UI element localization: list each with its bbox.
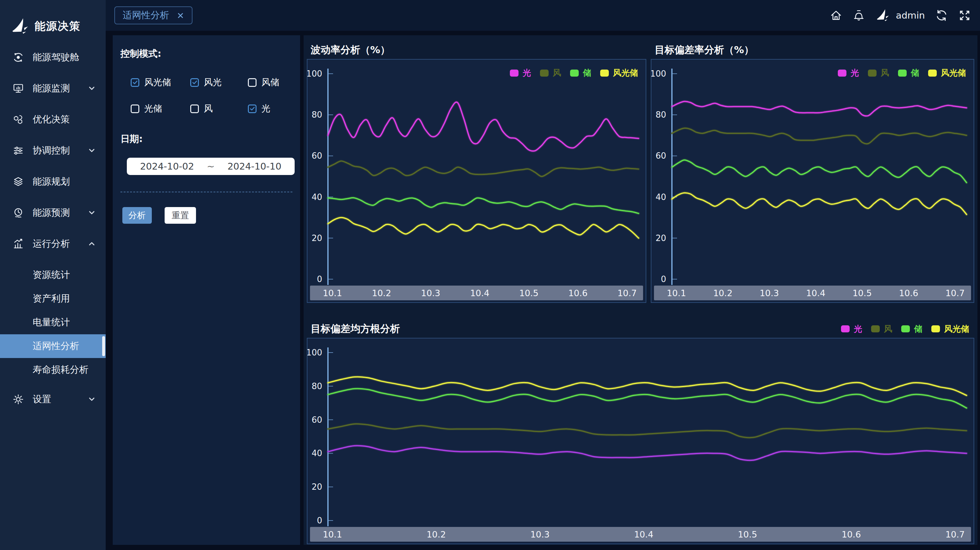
sail-logo-icon [10,18,29,35]
chart-legend: 光风储风光储 [841,324,969,335]
svg-text:10.2: 10.2 [426,529,446,539]
date-label: 日期: [121,133,293,145]
svg-text:100: 100 [307,348,322,357]
legend-item-storage[interactable]: 储 [570,67,591,78]
sidebar-scrollbar-thumb[interactable] [102,336,105,356]
legend-swatch [841,325,850,332]
sidebar-item-asset-utilization[interactable]: 资产利用 [0,287,106,311]
sidebar-item-operation-analysis[interactable]: 运行分析 [0,228,106,259]
analyze-button[interactable]: 分析 [123,207,152,224]
sidebar-item-label: 电量统计 [33,316,70,329]
mode-checkbox-label: 风光储 [144,76,171,88]
legend-item-wind-solar-storage[interactable]: 风光储 [928,67,966,78]
sidebar-item-optimization-decision[interactable]: 优化决策 [0,104,106,135]
chart-header: 波动率分析（%） [307,41,646,59]
reset-button[interactable]: 重置 [165,207,196,224]
legend-item-wind-solar-storage[interactable]: 风光储 [600,67,638,78]
mode-checkbox-label: 光 [261,102,270,115]
chart-plot-area: 02040608010010.110.210.310.410.510.610.7 [307,338,974,544]
legend-item-solar[interactable]: 光 [838,67,859,78]
svg-text:10.1: 10.1 [667,288,686,298]
svg-text:60: 60 [312,415,322,425]
date-range-input[interactable]: 2024-10-02 ~ 2024-10-10 [127,158,294,175]
legend-item-wind[interactable]: 风 [540,67,561,78]
chart-volatility: 波动率分析（%） 光风储风光储 02040608010010.110.210.3… [307,41,646,303]
chevron-down-icon [88,84,96,92]
mode-checkbox-label: 风 [204,102,213,115]
legend-label: 储 [914,324,922,335]
svg-text:10.6: 10.6 [842,529,861,539]
svg-text:10.3: 10.3 [530,529,550,539]
sidebar-item-power-statistics[interactable]: 电量统计 [0,311,106,334]
dashed-divider [121,192,293,192]
mode-checkbox-wind-storage[interactable]: 风储 [248,76,293,88]
sidebar-item-label: 运行分析 [33,238,70,250]
mode-checkbox-wind-solar-storage[interactable]: 风光储 [130,76,190,88]
sidebar-item-settings[interactable]: 设置 [0,384,106,415]
legend-item-wind-solar-storage[interactable]: 风光储 [931,324,969,335]
topbar-actions: admin [830,9,971,22]
legend-swatch [871,325,880,332]
svg-text:0: 0 [317,274,322,284]
checkbox-unchecked-icon [190,105,199,113]
mode-checkbox-grid: 风光储风光风储光储风光 [130,76,293,115]
home-icon[interactable] [830,9,842,22]
mode-checkbox-label: 风储 [261,76,279,88]
svg-text:0: 0 [661,274,666,284]
svg-text:100: 100 [307,69,322,78]
checkbox-checked-icon [130,78,139,87]
sidebar-item-energy-forecast[interactable]: 能源预测 [0,197,106,228]
legend-swatch [510,70,519,77]
legend-item-wind[interactable]: 风 [871,324,892,335]
sidebar-item-energy-cockpit[interactable]: 能源驾驶舱 [0,41,106,73]
sidebar-item-grid-adaptability-analysis[interactable]: 适网性分析 [0,334,106,358]
sidebar-item-energy-planning[interactable]: 能源规划 [0,166,106,197]
chevron-down-icon [88,146,96,155]
legend-item-storage[interactable]: 储 [898,67,919,78]
fullscreen-icon[interactable] [958,9,971,22]
control-panel: 控制模式: 风光储风光风储光储风光 日期: 2024-10-02 ~ 2024-… [113,35,300,545]
svg-text:20: 20 [312,482,322,492]
legend-label: 光 [523,67,531,78]
legend-item-solar[interactable]: 光 [510,67,531,78]
sidebar-item-label: 资源统计 [33,269,70,281]
sidebar-item-label: 资产利用 [33,292,70,305]
chart-canvas-target-deviation-rms: 02040608010010.110.210.310.410.510.610.7 [307,338,974,544]
trend-chart-icon [12,238,24,250]
sliders-icon [12,145,24,157]
legend-label: 风 [553,67,561,78]
tab-close-icon[interactable] [177,12,184,19]
checkbox-unchecked-icon [248,78,256,87]
sidebar-item-energy-monitoring[interactable]: 能源监测 [0,73,106,104]
sidebar-item-life-loss-analysis[interactable]: 寿命损耗分析 [0,358,106,382]
topbar: 适网性分析 admin [106,0,980,31]
svg-text:10.6: 10.6 [568,288,588,298]
checkbox-checked-icon [190,78,199,87]
sidebar-item-coordination-control[interactable]: 协调控制 [0,135,106,166]
svg-text:10.4: 10.4 [470,288,489,298]
legend-swatch [600,70,609,77]
sidebar: 能源决策 能源驾驶舱能源监测优化决策协调控制能源规划能源预测运行分析资源统计资产… [0,0,106,550]
svg-text:10.6: 10.6 [899,288,918,298]
mode-checkbox-solar-storage[interactable]: 光储 [130,102,190,115]
refresh-icon[interactable] [935,9,948,22]
tab-grid-adaptability[interactable]: 适网性分析 [115,6,192,24]
sidebar-item-resource-statistics[interactable]: 资源统计 [0,263,106,287]
sidebar-item-label: 协调控制 [33,144,70,157]
legend-item-storage[interactable]: 储 [901,324,922,335]
legend-item-wind[interactable]: 风 [868,67,889,78]
legend-swatch [868,70,877,77]
sidebar-item-label: 适网性分析 [33,340,79,352]
mode-checkbox-wind[interactable]: 风 [190,102,248,115]
clock-icon [12,207,24,219]
chart-target-deviation: 目标偏差率分析（%） 光风储风光储 02040608010010.110.210… [651,41,974,303]
chart-header: 目标偏差均方根分析 光风储风光储 [307,320,974,338]
mode-checkbox-solar[interactable]: 光 [248,102,293,115]
hexagon-icon [12,113,24,126]
legend-item-solar[interactable]: 光 [841,324,862,335]
svg-text:80: 80 [312,110,322,120]
bell-icon[interactable] [853,9,865,22]
mode-checkbox-wind-solar[interactable]: 风光 [190,76,248,88]
svg-text:10.5: 10.5 [853,288,872,298]
user-avatar-icon[interactable] [875,9,890,22]
